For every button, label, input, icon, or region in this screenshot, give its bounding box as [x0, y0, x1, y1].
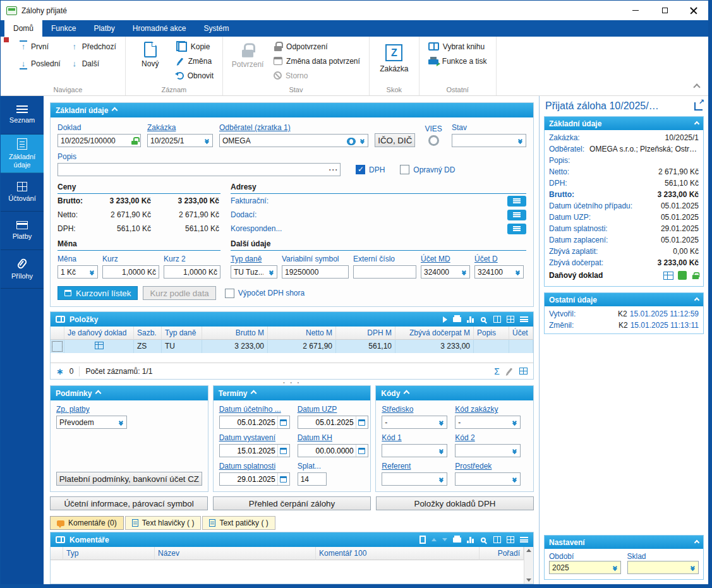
search-icon[interactable]	[481, 537, 488, 543]
print-icon[interactable]	[453, 317, 461, 322]
prostredek-input[interactable]	[456, 475, 509, 484]
variabilni-symbol-input[interactable]	[282, 268, 348, 277]
kod2-input[interactable]	[456, 447, 509, 455]
ucet-d-label[interactable]: Účet D	[474, 255, 524, 263]
korespondencni-menu-button[interactable]	[507, 224, 526, 234]
datum-uzp-input[interactable]	[298, 418, 356, 427]
ucet-md-input[interactable]	[421, 268, 459, 277]
calendar-picker-icon[interactable]	[356, 445, 368, 457]
minimize-button[interactable]	[621, 1, 650, 20]
zakazka-button[interactable]: Z Zakázka	[375, 39, 414, 73]
export-table-icon[interactable]	[507, 316, 514, 323]
row-selector-cell[interactable]	[51, 340, 64, 353]
unconfirm-button[interactable]: Odpotvrzení	[270, 39, 364, 54]
edit-table-icon[interactable]	[519, 368, 528, 375]
run-icon[interactable]	[443, 316, 447, 323]
horizontal-splitter[interactable]	[50, 380, 534, 385]
column-header-selector[interactable]	[51, 547, 63, 560]
dropdown-icon[interactable]	[436, 416, 447, 428]
tab-funkce[interactable]: Funkce	[42, 20, 85, 37]
sidebar-item-uctovani[interactable]: Účtování	[1, 173, 44, 212]
maximize-button[interactable]	[650, 1, 679, 20]
dropdown-icon[interactable]	[515, 135, 526, 147]
functions-print-button[interactable]: Funkce a tisk	[425, 54, 491, 68]
zp-platby-label[interactable]: Zp. platby	[56, 405, 202, 414]
scroll-up-icon[interactable]	[526, 549, 531, 552]
datum-splatnosti-label[interactable]: Datum splatnosti	[219, 462, 290, 471]
ico-dic-button[interactable]: IČO, DIČ	[375, 133, 415, 147]
move-up-icon[interactable]	[431, 538, 437, 541]
fakturacni-menu-button[interactable]	[507, 196, 526, 207]
prostredek-label[interactable]: Prostředek	[455, 462, 521, 471]
dropdown-icon[interactable]	[509, 473, 520, 485]
polozky-dokladu-dph-button[interactable]: Položky dokladů DPH	[376, 496, 534, 510]
new-comment-icon[interactable]	[419, 536, 426, 544]
platebni-podminky-button[interactable]: Platební podmínky, bankovní účet CZ	[56, 472, 202, 486]
dph-checkbox-row[interactable]: DPH	[356, 165, 385, 176]
dodaci-menu-button[interactable]	[507, 210, 526, 220]
kod-zakazky-label[interactable]: Kód zakázky	[455, 405, 521, 414]
menu-icon[interactable]	[520, 316, 528, 322]
kurz-podle-data-button[interactable]: Kurz podle data	[143, 286, 215, 300]
zp-platby-input[interactable]	[57, 418, 116, 427]
collapse-chevron-icon[interactable]	[694, 539, 699, 544]
previous-button[interactable]: ↑Předchozí	[67, 39, 120, 54]
kod1-input[interactable]	[382, 447, 436, 455]
new-button[interactable]: Nový	[131, 39, 170, 68]
ribbon-collapse-chevron[interactable]	[693, 83, 700, 90]
ucetni-informace-button[interactable]: Účetní informace, párovací symbol	[50, 496, 208, 510]
datum-kh-input[interactable]	[298, 447, 356, 455]
typ-dane-input[interactable]	[231, 268, 266, 277]
sum-icon[interactable]: Σ	[494, 367, 500, 376]
select-book-button[interactable]: Vybrat knihu	[425, 39, 491, 54]
dropdown-icon[interactable]	[610, 561, 620, 573]
kod1-label[interactable]: Kód 1	[382, 433, 447, 442]
print-icon[interactable]	[453, 537, 461, 543]
column-header-typ[interactable]: Typ	[63, 547, 155, 560]
popis-input[interactable]	[58, 165, 327, 174]
dropdown-icon[interactable]	[87, 266, 97, 278]
change-button[interactable]: Změna	[172, 54, 217, 68]
refresh-button[interactable]: Obnovit	[172, 68, 217, 83]
stredisko-input[interactable]	[382, 418, 436, 427]
stav-input[interactable]	[452, 136, 515, 145]
more-options-icon[interactable]	[327, 164, 340, 176]
prehled-cerpani-button[interactable]: Přehled čerpání zálohy	[213, 496, 371, 510]
column-header-dph[interactable]: DPH M	[336, 327, 395, 340]
ucet-d-input[interactable]	[475, 268, 512, 277]
datum-vystaveni-label[interactable]: Datum vystavení	[219, 433, 290, 442]
menu-icon[interactable]	[520, 537, 528, 543]
column-header-ucet[interactable]: Účet	[509, 327, 533, 340]
dropdown-icon[interactable]	[202, 135, 212, 147]
kod-zakazky-input[interactable]	[456, 418, 509, 427]
confirm-button[interactable]: Potvrzení	[228, 39, 267, 69]
kurz-input[interactable]	[103, 268, 159, 277]
doklad-input[interactable]	[58, 136, 130, 145]
datum-ucetniho-label[interactable]: Datum účetního ...	[219, 405, 290, 414]
storno-button[interactable]: Storno	[270, 68, 364, 83]
close-button[interactable]	[679, 1, 708, 20]
vertical-scrollbar[interactable]	[524, 547, 533, 584]
mena-input[interactable]	[58, 268, 87, 277]
datum-kh-label[interactable]: Datum KH	[298, 433, 368, 442]
referent-input[interactable]	[382, 475, 436, 484]
sidebar-item-platby[interactable]: Platby	[1, 212, 44, 250]
move-down-icon[interactable]	[442, 538, 447, 541]
splat-input[interactable]	[298, 475, 326, 484]
export-table-icon[interactable]	[507, 536, 514, 543]
vypocet-dph-checkbox-row[interactable]: Výpočet DPH shora	[225, 289, 305, 298]
stredisko-label[interactable]: Středisko	[382, 405, 447, 414]
change-confirm-date-button[interactable]: Změna data potvrzení	[270, 54, 364, 68]
dropdown-icon[interactable]	[512, 266, 523, 278]
columns-icon[interactable]	[493, 316, 501, 323]
column-header-sazba[interactable]: Sazb.	[134, 327, 162, 340]
externi-cislo-input[interactable]	[354, 268, 416, 277]
dropdown-icon[interactable]	[436, 445, 447, 457]
dropdown-icon[interactable]	[357, 135, 368, 147]
datum-splatnosti-input[interactable]	[220, 475, 277, 484]
copy-button[interactable]: Kopie	[172, 39, 217, 54]
opravny-dd-checkbox-row[interactable]: Opravný DD	[400, 165, 455, 176]
kod2-label[interactable]: Kód 2	[455, 433, 521, 442]
dropdown-icon[interactable]	[509, 445, 520, 457]
kurzovni-listek-button[interactable]: Kurzovní lístek	[57, 286, 138, 300]
